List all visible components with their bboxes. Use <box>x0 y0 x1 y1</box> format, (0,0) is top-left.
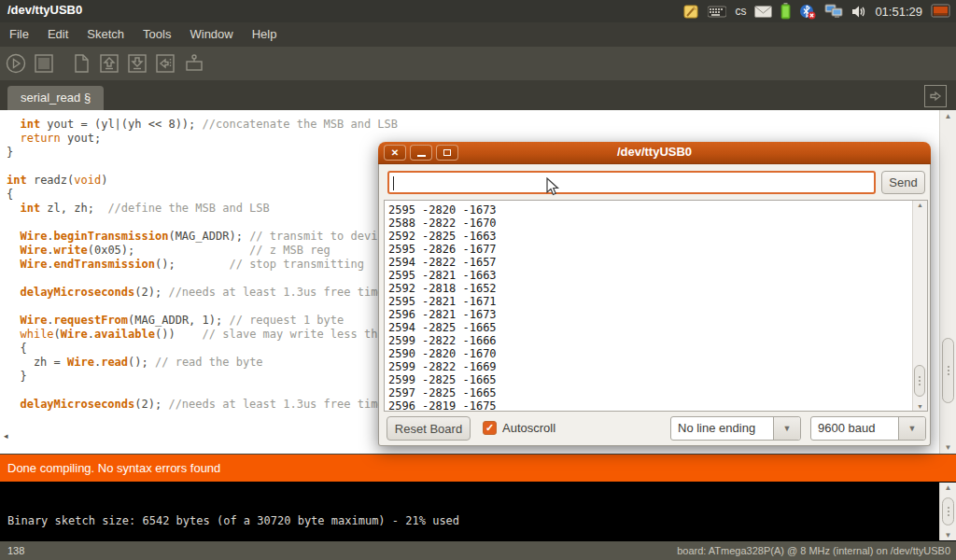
send-button[interactable]: Send <box>881 171 925 194</box>
serial-data-line: 2595 -2820 -1673 <box>388 203 497 217</box>
stop-button[interactable] <box>32 51 56 76</box>
chevron-down-icon[interactable]: ▼ <box>773 417 800 440</box>
mouse-cursor <box>546 177 560 201</box>
baud-rate-value: 9600 baud <box>811 417 898 440</box>
reset-board-button[interactable]: Reset Board <box>387 416 471 441</box>
scroll-up-icon[interactable]: ▲ <box>913 202 927 208</box>
menu-window[interactable]: Window <box>180 22 242 47</box>
keyboard-layout-icon[interactable] <box>708 6 726 18</box>
notes-icon[interactable] <box>683 4 699 20</box>
open-button[interactable] <box>97 51 121 76</box>
clock[interactable]: 01:51:29 <box>875 5 922 19</box>
status-footer: 138 board: ATmega328P(A) @ 8 MHz (intern… <box>0 541 956 560</box>
editor-scrollbar-thumb[interactable] <box>942 338 954 403</box>
serial-input[interactable] <box>387 171 876 194</box>
mail-icon[interactable] <box>754 6 772 18</box>
serial-data-line: 2595 -2821 -1671 <box>388 295 497 308</box>
system-tray: cs 01:51:29 <box>683 0 954 22</box>
console-scrollbar[interactable]: ▲ ▼ <box>939 483 956 540</box>
console-scrollbar-thumb[interactable] <box>942 497 954 525</box>
upload-button[interactable] <box>153 51 177 76</box>
serial-data-line: 2595 -2821 -1663 <box>388 269 497 282</box>
session-menu-icon[interactable] <box>931 4 950 19</box>
active-window-title: /dev/ttyUSB0 <box>7 3 82 17</box>
serial-data-line: 2594 -2822 -1657 <box>388 256 497 269</box>
board-info: board: ATmega328P(A) @ 8 MHz (internal) … <box>677 545 950 556</box>
scroll-down-icon[interactable]: ▼ <box>913 403 927 410</box>
serial-monitor-body: Send 2595 -2820 -16732588 -2822 -1670259… <box>378 164 931 446</box>
editor-scrollbar[interactable]: ▲ ▼ <box>939 110 956 454</box>
code-line: int yout = (yl|(yh << 8)); //concatenate… <box>7 118 458 132</box>
serial-data-line: 2599 -2822 -1666 <box>388 334 497 347</box>
toolbar <box>0 47 956 80</box>
scroll-up-icon[interactable]: ▲ <box>940 483 956 492</box>
serial-data-line: 2590 -2820 -1670 <box>388 347 497 360</box>
serial-data-line: 2594 -2825 -1665 <box>388 321 497 334</box>
baud-rate-dropdown[interactable]: 9600 baud ▼ <box>810 416 926 441</box>
serial-data-line: 2595 -2826 -1677 <box>388 243 497 256</box>
menu-edit[interactable]: Edit <box>38 22 77 47</box>
serial-monitor-window: ✕ /dev/ttyUSB0 Send 2595 -2820 -16732588… <box>378 142 931 446</box>
bluetooth-icon[interactable] <box>799 3 816 20</box>
serial-data-line: 2588 -2822 -1670 <box>388 217 497 230</box>
serial-output-area[interactable]: 2595 -2820 -16732588 -2822 -16702592 -28… <box>384 200 928 412</box>
autoscroll-label: Autoscroll <box>502 421 555 435</box>
menu-tools[interactable]: Tools <box>134 22 180 47</box>
save-button[interactable] <box>125 51 149 76</box>
serial-data-line: 2592 -2818 -1652 <box>388 282 497 295</box>
console-output: Binary sketch size: 6542 bytes (of a 307… <box>0 482 956 541</box>
battery-icon[interactable] <box>780 3 791 20</box>
network-icon[interactable] <box>824 4 843 19</box>
text-caret <box>393 176 394 190</box>
scroll-down-icon[interactable]: ▼ <box>940 443 956 452</box>
serial-monitor-titlebar[interactable]: ✕ /dev/ttyUSB0 <box>378 142 931 164</box>
menu-help[interactable]: Help <box>243 22 287 47</box>
serial-data-line: 2596 -2819 -1675 <box>388 399 497 412</box>
hscroll-left-icon[interactable]: ◂ <box>4 431 8 441</box>
compile-status-bar: Done compiling. No syntax errors found <box>0 455 956 482</box>
serial-data-line: 2599 -2822 -1669 <box>388 360 497 373</box>
scroll-up-icon[interactable]: ▲ <box>940 112 956 120</box>
serial-data-line: 2592 -2825 -1663 <box>388 230 497 243</box>
console-message: Binary sketch size: 6542 bytes (of a 307… <box>7 514 459 527</box>
serial-scrollbar[interactable]: ▲ ▼ <box>912 201 927 411</box>
scroll-down-icon[interactable]: ▼ <box>940 531 956 539</box>
arduino-ide-screen: /dev/ttyUSB0 cs 01:51: <box>0 0 956 560</box>
menu-sketch[interactable]: Sketch <box>77 22 134 47</box>
menu-file[interactable]: File <box>0 22 38 47</box>
serial-data-line: 2596 -2821 -1673 <box>388 308 497 321</box>
keyboard-layout-indicator[interactable]: cs <box>735 5 746 18</box>
new-sketch-button[interactable] <box>69 51 93 76</box>
serial-monitor-title: /dev/ttyUSB0 <box>378 145 931 159</box>
serial-data-line: 2599 -2825 -1665 <box>388 373 497 386</box>
serial-monitor-button[interactable] <box>181 51 205 76</box>
tab-menu-icon[interactable] <box>924 85 947 107</box>
autoscroll-checkbox[interactable]: ✓ <box>483 421 497 435</box>
serial-data-line: 2597 -2825 -1665 <box>388 386 497 399</box>
line-ending-dropdown[interactable]: No line ending ▼ <box>670 416 801 441</box>
verify-button[interactable] <box>4 51 28 76</box>
top-panel: /dev/ttyUSB0 cs 01:51: <box>0 0 956 22</box>
cursor-line-number: 138 <box>7 545 24 556</box>
serial-scrollbar-thumb[interactable] <box>914 365 925 397</box>
menu-bar: File Edit Sketch Tools Window Help <box>0 22 956 47</box>
serial-monitor-controls: Reset Board ✓ Autoscroll No line ending … <box>379 416 932 446</box>
tab-bar: serial_read § <box>0 80 956 110</box>
line-ending-value: No line ending <box>671 417 773 440</box>
chevron-down-icon[interactable]: ▼ <box>898 417 925 440</box>
serial-output-text: 2595 -2820 -16732588 -2822 -16702592 -28… <box>388 203 497 412</box>
tab-serial-read[interactable]: serial_read § <box>7 86 104 110</box>
volume-icon[interactable] <box>851 5 866 19</box>
